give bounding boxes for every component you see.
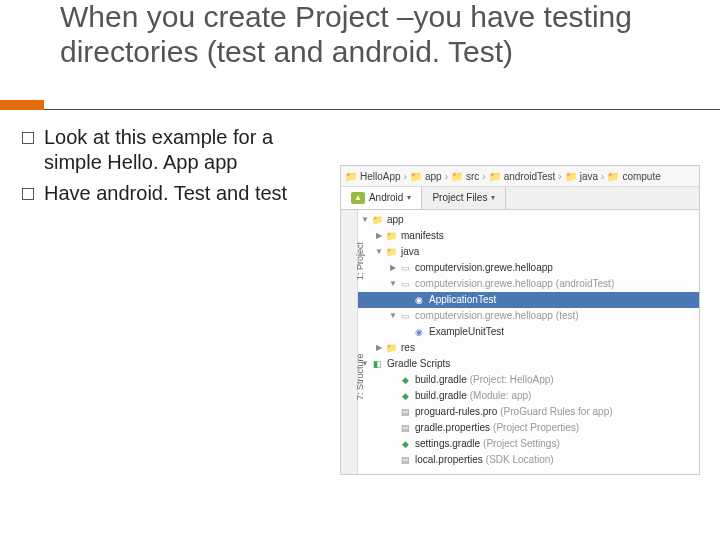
node-annotation: (Project Settings) xyxy=(483,436,560,452)
tree-node-applicationtest[interactable]: ◉ ApplicationTest xyxy=(358,292,699,308)
node-label: app xyxy=(387,212,404,228)
file-icon: ▤ xyxy=(398,422,412,434)
tree-node-local-properties[interactable]: ▤ local.properties (SDK Location) xyxy=(358,452,699,468)
gradle-icon: ◧ xyxy=(370,358,384,370)
expand-icon[interactable]: ▼ xyxy=(388,276,398,292)
folder-icon: 📁 xyxy=(489,171,501,182)
gradle-file-icon: ◆ xyxy=(398,374,412,386)
chevron-right-icon: › xyxy=(481,171,486,182)
slide-title: When you create Project –you have testin… xyxy=(60,0,660,69)
ide-panel: 📁 HelloApp › 📁 app › 📁 src › 📁 androidTe… xyxy=(340,165,700,475)
chevron-right-icon: › xyxy=(444,171,449,182)
crumb[interactable]: androidTest xyxy=(504,171,556,182)
node-label: local.properties xyxy=(415,452,483,468)
crumb[interactable]: app xyxy=(425,171,442,182)
node-annotation: (Module: app) xyxy=(470,388,532,404)
node-annotation: (ProGuard Rules for app) xyxy=(500,404,612,420)
folder-icon: 📁 xyxy=(345,171,357,182)
node-annotation: (test) xyxy=(556,308,579,324)
node-label: ExampleUnitTest xyxy=(429,324,504,340)
node-label: ApplicationTest xyxy=(429,292,496,308)
android-icon: ▲ xyxy=(351,192,365,204)
node-label: build.gradle xyxy=(415,372,467,388)
bullet-marker xyxy=(22,132,34,144)
expand-icon[interactable]: ▼ xyxy=(360,356,370,372)
breadcrumb[interactable]: 📁 HelloApp › 📁 app › 📁 src › 📁 androidTe… xyxy=(341,166,699,187)
node-annotation: (Project Properties) xyxy=(493,420,579,436)
tree-node-pkg-main[interactable]: ▶ ▭ computervision.grewe.helloapp xyxy=(358,260,699,276)
package-icon: ▭ xyxy=(398,310,412,322)
node-label: proguard-rules.pro xyxy=(415,404,497,420)
expand-icon[interactable]: ▶ xyxy=(374,228,384,244)
tree-node-build-gradle-project[interactable]: ◆ build.gradle (Project: HelloApp) xyxy=(358,372,699,388)
bullet-marker xyxy=(22,188,34,200)
expand-icon[interactable]: ▶ xyxy=(374,340,384,356)
tool-window-stripe: 1: Project 7: Structure xyxy=(341,210,358,474)
node-label: computervision.grewe.helloapp xyxy=(415,308,553,324)
tree-node-exampleunittest[interactable]: ◉ ExampleUnitTest xyxy=(358,324,699,340)
title-block: When you create Project –you have testin… xyxy=(60,0,660,69)
crumb[interactable]: HelloApp xyxy=(360,171,401,182)
tree-node-pkg-androidtest[interactable]: ▼ ▭ computervision.grewe.helloapp (andro… xyxy=(358,276,699,292)
class-icon: ◉ xyxy=(412,294,426,306)
accent-bar xyxy=(0,100,44,110)
expand-icon[interactable]: ▼ xyxy=(374,244,384,260)
tree-node-java[interactable]: ▼ 📁 java xyxy=(358,244,699,260)
tab-project-files[interactable]: Project Files ▾ xyxy=(422,187,506,209)
tree-node-gradle-scripts[interactable]: ▼ ◧ Gradle Scripts xyxy=(358,356,699,372)
node-annotation: (SDK Location) xyxy=(486,452,554,468)
node-label: java xyxy=(401,244,419,260)
tree-node-pkg-test[interactable]: ▼ ▭ computervision.grewe.helloapp (test) xyxy=(358,308,699,324)
crumb[interactable]: compute xyxy=(622,171,660,182)
module-icon: 📁 xyxy=(370,214,384,226)
package-icon: ▭ xyxy=(398,262,412,274)
tree-node-app[interactable]: ▼ 📁 app xyxy=(358,212,699,228)
tab-android[interactable]: ▲ Android ▾ xyxy=(341,187,422,209)
node-label: settings.gradle xyxy=(415,436,480,452)
expand-icon[interactable]: ▼ xyxy=(388,308,398,324)
file-icon: ▤ xyxy=(398,406,412,418)
title-underline xyxy=(0,109,720,110)
node-label: Gradle Scripts xyxy=(387,356,450,372)
file-icon: ▤ xyxy=(398,454,412,466)
chevron-right-icon: › xyxy=(403,171,408,182)
chevron-down-icon: ▾ xyxy=(491,189,495,207)
slide: When you create Project –you have testin… xyxy=(0,0,720,540)
node-annotation: (Project: HelloApp) xyxy=(470,372,554,388)
node-label: res xyxy=(401,340,415,356)
bullet-item: Look at this example for a simple Hello.… xyxy=(22,125,312,175)
crumb[interactable]: java xyxy=(580,171,598,182)
chevron-right-icon: › xyxy=(600,171,605,182)
project-view-tabs: ▲ Android ▾ Project Files ▾ xyxy=(341,187,699,210)
bullet-text: Have android. Test and test xyxy=(44,181,287,206)
tab-label: Project Files xyxy=(432,189,487,207)
folder-icon: 📁 xyxy=(384,246,398,258)
node-label: build.gradle xyxy=(415,388,467,404)
folder-icon: 📁 xyxy=(410,171,422,182)
chevron-right-icon: › xyxy=(557,171,562,182)
folder-icon: 📁 xyxy=(565,171,577,182)
node-label: computervision.grewe.helloapp xyxy=(415,260,553,276)
class-icon: ◉ xyxy=(412,326,426,338)
node-label: gradle.properties xyxy=(415,420,490,436)
expand-icon[interactable]: ▼ xyxy=(360,212,370,228)
folder-icon: 📁 xyxy=(451,171,463,182)
bullet-list: Look at this example for a simple Hello.… xyxy=(22,125,312,212)
tab-label: Android xyxy=(369,189,403,207)
bullet-item: Have android. Test and test xyxy=(22,181,312,206)
gradle-file-icon: ◆ xyxy=(398,390,412,402)
tree-node-settings-gradle[interactable]: ◆ settings.gradle (Project Settings) xyxy=(358,436,699,452)
bullet-text: Look at this example for a simple Hello.… xyxy=(44,125,312,175)
project-tree: ▼ 📁 app ▶ 📁 manifests ▼ 📁 java ▶ ▭ compu… xyxy=(358,210,699,474)
expand-icon[interactable]: ▶ xyxy=(388,260,398,276)
folder-icon: 📁 xyxy=(384,342,398,354)
node-annotation: (androidTest) xyxy=(556,276,614,292)
tree-node-gradle-properties[interactable]: ▤ gradle.properties (Project Properties) xyxy=(358,420,699,436)
tree-node-res[interactable]: ▶ 📁 res xyxy=(358,340,699,356)
folder-icon: 📁 xyxy=(607,171,619,182)
crumb[interactable]: src xyxy=(466,171,479,182)
tree-node-manifests[interactable]: ▶ 📁 manifests xyxy=(358,228,699,244)
tree-node-build-gradle-module[interactable]: ◆ build.gradle (Module: app) xyxy=(358,388,699,404)
tree-node-proguard[interactable]: ▤ proguard-rules.pro (ProGuard Rules for… xyxy=(358,404,699,420)
node-label: manifests xyxy=(401,228,444,244)
